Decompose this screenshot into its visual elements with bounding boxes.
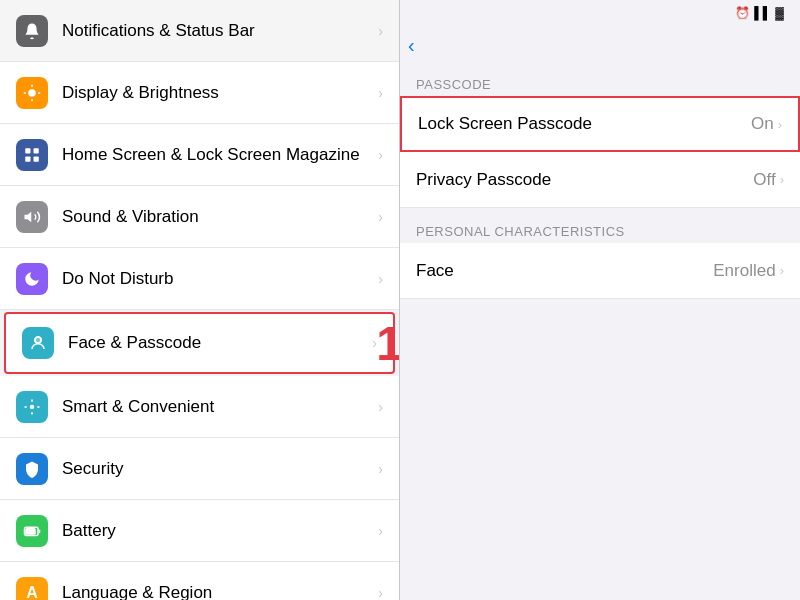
settings-list: Notifications & Status Bar›Display & Bri…: [0, 0, 399, 600]
facepasscode-icon: [22, 327, 54, 359]
status-icons: ⏰ ▌▌ ▓: [735, 6, 784, 20]
svg-rect-8: [34, 156, 39, 161]
security-label: Security: [62, 459, 378, 479]
svg-point-12: [30, 404, 35, 409]
sidebar-item-notifications[interactable]: Notifications & Status Bar›: [0, 0, 399, 62]
status-bar: ⏰ ▌▌ ▓: [400, 0, 800, 26]
smart-icon: [16, 391, 48, 423]
notifications-icon: [16, 15, 48, 47]
battery-label: Battery: [62, 521, 378, 541]
detail-item-lockscreen[interactable]: Lock Screen PasscodeOn›: [400, 96, 800, 152]
battery-icon: [16, 515, 48, 547]
left-panel: Notifications & Status Bar›Display & Bri…: [0, 0, 400, 600]
svg-rect-7: [25, 156, 30, 161]
homescreen-icon: [16, 139, 48, 171]
back-button[interactable]: ‹: [408, 34, 415, 57]
sound-chevron-icon: ›: [378, 209, 383, 225]
privacy-chevron-icon: ›: [780, 172, 784, 187]
detail-item-face[interactable]: FaceEnrolled›: [400, 243, 800, 299]
display-chevron-icon: ›: [378, 85, 383, 101]
right-panel: ⏰ ▌▌ ▓ ‹ PASSCODELock Screen PasscodeOn›…: [400, 0, 800, 600]
privacy-value: Off: [753, 170, 775, 190]
language-label: Language & Region: [62, 583, 378, 601]
back-chevron-icon: ‹: [408, 34, 415, 57]
display-label: Display & Brightness: [62, 83, 378, 103]
donotdisturb-label: Do Not Disturb: [62, 269, 378, 289]
sidebar-item-security[interactable]: Security›: [0, 438, 399, 500]
lockscreen-chevron-icon: ›: [778, 117, 782, 132]
language-chevron-icon: ›: [378, 585, 383, 601]
sound-label: Sound & Vibration: [62, 207, 378, 227]
sidebar-item-facepasscode[interactable]: Face & Passcode›1: [4, 312, 395, 374]
battery-icon: ▓: [775, 6, 784, 20]
sidebar-item-donotdisturb[interactable]: Do Not Disturb›: [0, 248, 399, 310]
facepasscode-chevron-icon: ›: [372, 335, 377, 351]
sound-icon: [16, 201, 48, 233]
sidebar-item-smart[interactable]: Smart & Convenient›: [0, 376, 399, 438]
detail-item-privacy[interactable]: Privacy PasscodeOff›: [400, 152, 800, 208]
security-chevron-icon: ›: [378, 461, 383, 477]
section-group-personal: FaceEnrolled›: [400, 243, 800, 299]
svg-rect-5: [25, 148, 30, 153]
svg-rect-6: [34, 148, 39, 153]
donotdisturb-chevron-icon: ›: [378, 271, 383, 287]
step-1-label: 1: [376, 316, 399, 371]
face-value: Enrolled: [713, 261, 775, 281]
homescreen-label: Home Screen & Lock Screen Magazine: [62, 145, 378, 165]
facepasscode-label: Face & Passcode: [68, 333, 372, 353]
section-group-passcode: Lock Screen PasscodeOn›Privacy PasscodeO…: [400, 96, 800, 208]
sidebar-item-sound[interactable]: Sound & Vibration›: [0, 186, 399, 248]
face-chevron-icon: ›: [780, 263, 784, 278]
svg-point-11: [35, 337, 41, 343]
right-content: PASSCODELock Screen PasscodeOn›Privacy P…: [400, 69, 800, 307]
privacy-label: Privacy Passcode: [416, 170, 753, 190]
sidebar-item-display[interactable]: Display & Brightness›: [0, 62, 399, 124]
battery-chevron-icon: ›: [378, 523, 383, 539]
sidebar-item-language[interactable]: ALanguage & Region›: [0, 562, 399, 600]
notifications-chevron-icon: ›: [378, 23, 383, 39]
display-icon: [16, 77, 48, 109]
alarm-icon: ⏰: [735, 6, 750, 20]
signal-icon: ▌▌: [754, 6, 771, 20]
nav-bar: ‹: [400, 26, 800, 69]
sidebar-item-homescreen[interactable]: Home Screen & Lock Screen Magazine›: [0, 124, 399, 186]
smart-chevron-icon: ›: [378, 399, 383, 415]
svg-marker-9: [25, 211, 32, 222]
security-icon: [16, 453, 48, 485]
notifications-label: Notifications & Status Bar: [62, 21, 378, 41]
sidebar-item-battery[interactable]: Battery›: [0, 500, 399, 562]
smart-label: Smart & Convenient: [62, 397, 378, 417]
donotdisturb-icon: [16, 263, 48, 295]
homescreen-chevron-icon: ›: [378, 147, 383, 163]
lockscreen-label: Lock Screen Passcode: [418, 114, 751, 134]
svg-point-0: [28, 89, 36, 97]
language-icon: A: [16, 577, 48, 601]
section-header-personal: PERSONAL CHARACTERISTICS: [400, 216, 800, 243]
face-label: Face: [416, 261, 713, 281]
svg-rect-14: [26, 528, 35, 533]
lockscreen-value: On: [751, 114, 774, 134]
section-header-passcode: PASSCODE: [400, 69, 800, 96]
